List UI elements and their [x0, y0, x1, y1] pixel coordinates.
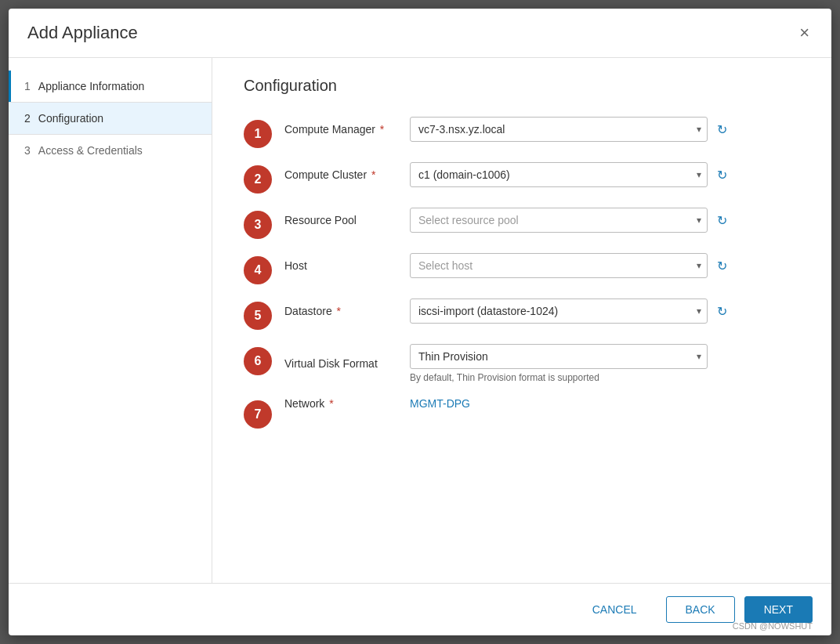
host-control: Select host ▾ ↻: [410, 253, 800, 278]
step-2-number: 2: [24, 112, 31, 125]
network-label: Network *: [284, 397, 410, 410]
step-3-number: 3: [24, 144, 31, 157]
modal-body: 1 Appliance Information 2 Configuration …: [9, 58, 831, 583]
virtual-disk-hint: By default, Thin Provision format is sup…: [410, 372, 708, 383]
sidebar-item-configuration[interactable]: 2 Configuration: [9, 103, 212, 134]
step-3-label: Access & Credentials: [38, 144, 143, 157]
compute-manager-row: 1 Compute Manager * vc7-3.nsx.yz.local ▾…: [244, 117, 800, 148]
host-refresh-button[interactable]: ↻: [714, 255, 730, 277]
watermark: CSDN @NOWSHUT: [733, 621, 813, 631]
resource-pool-refresh-button[interactable]: ↻: [714, 210, 730, 231]
datastore-field: Datastore * iscsi-import (datastore-1024…: [284, 298, 800, 324]
sidebar-item-access-credentials[interactable]: 3 Access & Credentials: [9, 135, 212, 166]
active-bar: [9, 71, 11, 102]
compute-cluster-label: Compute Cluster *: [284, 168, 410, 181]
step-1-label: Appliance Information: [38, 80, 144, 92]
network-row: 7 Network * MGMT-DPG: [244, 397, 800, 429]
compute-cluster-select-wrapper: c1 (domain-c1006) ▾: [410, 162, 708, 187]
sidebar-item-appliance-information[interactable]: 1 Appliance Information: [9, 71, 212, 102]
add-appliance-modal: Add Appliance × 1 Appliance Information …: [9, 9, 831, 635]
resource-pool-row: 3 Resource Pool Select resource pool ▾ ↻: [244, 208, 800, 239]
step-1-number: 1: [24, 80, 31, 92]
compute-manager-field: Compute Manager * vc7-3.nsx.yz.local ▾ ↻: [284, 117, 800, 142]
badge-6: 6: [244, 347, 272, 375]
resource-pool-select[interactable]: Select resource pool: [410, 208, 708, 233]
required-star-2: *: [371, 168, 375, 181]
compute-cluster-control: c1 (domain-c1006) ▾ ↻: [410, 162, 800, 187]
datastore-row: 5 Datastore * iscsi-import (datastore-10…: [244, 298, 800, 330]
compute-cluster-select[interactable]: c1 (domain-c1006): [410, 162, 708, 187]
cancel-button[interactable]: CANCEL: [573, 596, 657, 623]
resource-pool-control: Select resource pool ▾ ↻: [410, 208, 800, 233]
step-2-label: Configuration: [38, 112, 103, 125]
datastore-select-wrapper: iscsi-import (datastore-1024) ▾: [410, 298, 708, 324]
datastore-control: iscsi-import (datastore-1024) ▾ ↻: [410, 298, 800, 324]
virtual-disk-format-control: Thin Provision ▾ By default, Thin Provis…: [410, 344, 800, 383]
datastore-refresh-button[interactable]: ↻: [714, 301, 730, 322]
datastore-label: Datastore *: [284, 305, 410, 317]
compute-manager-control: vc7-3.nsx.yz.local ▾ ↻: [410, 117, 800, 142]
host-label: Host: [284, 259, 410, 272]
compute-cluster-refresh-button[interactable]: ↻: [714, 165, 730, 186]
datastore-select[interactable]: iscsi-import (datastore-1024): [410, 298, 708, 324]
content-area: Configuration 1 Compute Manager * vc7-3.…: [212, 58, 831, 583]
virtual-disk-format-row: 6 Virtual Disk Format Thin Provision ▾ B…: [244, 344, 800, 383]
host-select[interactable]: Select host: [410, 253, 708, 278]
virtual-disk-select-wrapper: Thin Provision ▾: [410, 344, 708, 369]
next-button[interactable]: NEXT: [744, 596, 813, 623]
modal-footer: CANCEL BACK NEXT: [9, 583, 831, 635]
badge-3: 3: [244, 211, 272, 239]
modal-title: Add Appliance: [27, 23, 138, 43]
sidebar: 1 Appliance Information 2 Configuration …: [9, 58, 212, 583]
badge-2: 2: [244, 165, 272, 194]
network-control: MGMT-DPG: [410, 397, 800, 410]
network-link[interactable]: MGMT-DPG: [410, 397, 470, 410]
compute-manager-refresh-button[interactable]: ↻: [714, 119, 730, 140]
virtual-disk-format-field: Virtual Disk Format Thin Provision ▾ By …: [284, 344, 800, 383]
host-select-wrapper: Select host ▾: [410, 253, 708, 278]
badge-1: 1: [244, 120, 272, 148]
required-star-4: *: [329, 397, 333, 410]
virtual-disk-format-select[interactable]: Thin Provision: [410, 344, 708, 369]
compute-cluster-row: 2 Compute Cluster * c1 (domain-c1006) ▾ …: [244, 162, 800, 194]
resource-pool-select-wrapper: Select resource pool ▾: [410, 208, 708, 233]
compute-manager-label: Compute Manager *: [284, 123, 410, 136]
badge-4: 4: [244, 256, 272, 284]
badge-5: 5: [244, 302, 272, 330]
host-row: 4 Host Select host ▾ ↻: [244, 253, 800, 284]
resource-pool-field: Resource Pool Select resource pool ▾ ↻: [284, 208, 800, 233]
required-star: *: [380, 123, 384, 136]
virtual-disk-format-label: Virtual Disk Format: [284, 357, 410, 370]
close-button[interactable]: ×: [796, 21, 813, 45]
required-star-3: *: [337, 305, 341, 317]
back-button[interactable]: BACK: [666, 596, 735, 623]
compute-manager-select-wrapper: vc7-3.nsx.yz.local ▾: [410, 117, 708, 142]
network-field: Network * MGMT-DPG: [284, 397, 800, 410]
modal-header: Add Appliance ×: [9, 9, 831, 58]
resource-pool-label: Resource Pool: [284, 214, 410, 226]
badge-7: 7: [244, 400, 272, 429]
host-field: Host Select host ▾ ↻: [284, 253, 800, 278]
compute-cluster-field: Compute Cluster * c1 (domain-c1006) ▾ ↻: [284, 162, 800, 187]
content-title: Configuration: [244, 77, 800, 95]
compute-manager-select[interactable]: vc7-3.nsx.yz.local: [410, 117, 708, 142]
